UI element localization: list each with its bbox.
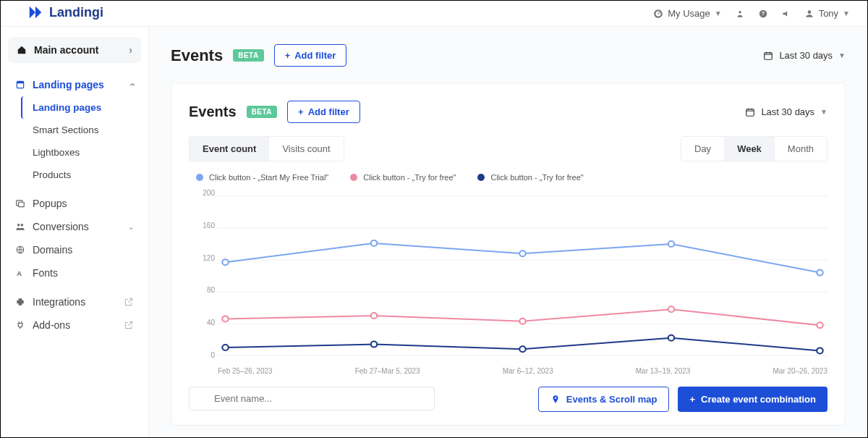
sidebar-item-smart-sections[interactable]: Smart Sections [8,119,141,141]
chevron-down-icon: ▼ [838,51,846,59]
brand-logo[interactable]: Landingi [20,4,111,28]
calendar-icon [763,51,773,61]
plus-icon: + [298,106,304,117]
legend-item[interactable]: Click button - „Try for free" [477,173,583,182]
svg-point-25 [222,316,228,321]
external-link-icon [124,297,134,307]
event-search-input[interactable] [189,387,435,410]
my-usage-dropdown[interactable]: My Usage ▼ [653,8,721,19]
account-switcher[interactable]: Main account › [8,37,141,63]
svg-point-31 [371,342,377,348]
landingi-logo-icon [27,4,43,20]
sidebar-item-integrations[interactable]: Integrations [8,290,141,313]
svg-point-36 [555,397,556,398]
svg-point-32 [519,346,525,352]
beta-badge: BETA [233,49,263,62]
svg-point-27 [519,319,525,324]
svg-point-28 [668,306,674,312]
font-icon: A [15,268,25,278]
date-range-picker[interactable]: Last 30 days ▼ [763,50,846,61]
home-icon [17,45,27,55]
date-range-picker-card[interactable]: Last 30 days ▼ [745,106,827,117]
pin-icon [550,395,561,405]
user-menu[interactable]: Tony ▼ [804,8,850,19]
tab-day[interactable]: Day [681,137,724,161]
announcements-icon[interactable] [781,9,791,19]
plus-icon: + [689,394,695,405]
tab-visits-count[interactable]: Visits count [269,137,343,161]
sidebar-item-fonts[interactable]: A Fonts [8,261,141,285]
svg-point-23 [668,241,674,247]
tab-event-count[interactable]: Event count [190,137,269,161]
globe-icon [15,245,25,255]
puzzle-icon [15,297,25,307]
svg-point-24 [817,270,822,276]
sidebar-item-conversions[interactable]: Conversions ⌄ [8,215,141,238]
calendar-icon [745,107,755,117]
add-filter-button[interactable]: + Add filter [274,44,347,67]
svg-point-26 [371,313,377,319]
chevron-down-icon: ⌄ [128,223,134,231]
legend-item[interactable]: Click button - „Start My Free Trial" [196,173,328,182]
svg-rect-12 [765,52,773,59]
sidebar-item-landing-pages[interactable]: Landing pages › [8,73,141,96]
sidebar: Main account › Landing pages › Landing p… [1,27,149,437]
svg-rect-7 [19,202,25,206]
people-icon [15,222,25,232]
legend-item[interactable]: Click button - „Try for free" [350,173,456,182]
external-link-icon [124,320,134,330]
page-icon [15,80,25,90]
chevron-right-icon: › [129,44,132,56]
range-tabs: Day Week Month [681,136,827,161]
tab-week[interactable]: Week [724,137,775,161]
svg-point-33 [668,335,674,341]
tab-month[interactable]: Month [775,137,827,161]
events-scroll-map-button[interactable]: Events & Scroll map [538,387,670,412]
svg-point-20 [222,259,228,265]
plug-icon [15,320,25,330]
user-icon [804,9,814,19]
gauge-icon [653,9,663,19]
account-icon[interactable] [735,9,745,19]
chevron-down-icon: ▼ [843,9,850,17]
sidebar-item-domains[interactable]: Domains [8,238,141,261]
chevron-down-icon: ▼ [820,108,827,116]
sidebar-item-addons[interactable]: Add-ons [8,313,141,337]
brand-name: Landingi [49,5,103,20]
count-tabs: Event count Visits count [189,136,344,161]
svg-text:A: A [17,270,22,277]
help-icon[interactable]: ? [758,9,768,19]
svg-point-34 [817,348,822,353]
line-chart: 20016012080400 Feb 25–26, 2023Feb 27–Mar… [189,189,827,375]
beta-badge: BETA [247,106,277,118]
svg-text:?: ? [761,11,764,16]
events-card: Events BETA + Add filter Last 30 days ▼ … [171,83,846,426]
svg-point-21 [371,240,377,246]
svg-rect-5 [17,81,23,83]
chart-legend: Click button - „Start My Free Trial" Cli… [189,173,827,182]
plus-icon: + [285,50,291,61]
svg-point-3 [807,10,811,14]
sidebar-item-landing-pages-sub[interactable]: Landing pages [21,96,141,119]
page-title: Events [171,46,223,65]
svg-point-0 [739,10,741,12]
svg-point-30 [222,345,228,350]
svg-point-29 [817,322,822,328]
sidebar-item-lightboxes[interactable]: Lightboxes [8,141,141,164]
svg-point-9 [21,224,23,227]
chevron-down-icon: ▼ [715,9,722,17]
popup-icon [15,198,25,209]
create-event-combination-button[interactable]: + Create event combination [678,387,827,412]
main-content: Events BETA + Add filter Last 30 days ▼ … [149,27,867,437]
svg-rect-13 [746,109,754,115]
card-title: Events [189,104,237,120]
chevron-up-icon: › [127,83,138,87]
sidebar-item-popups[interactable]: Popups [8,192,141,215]
svg-point-22 [519,250,525,256]
svg-point-8 [17,224,20,227]
add-filter-button-card[interactable]: + Add filter [287,101,360,123]
sidebar-item-products[interactable]: Products [8,164,141,186]
